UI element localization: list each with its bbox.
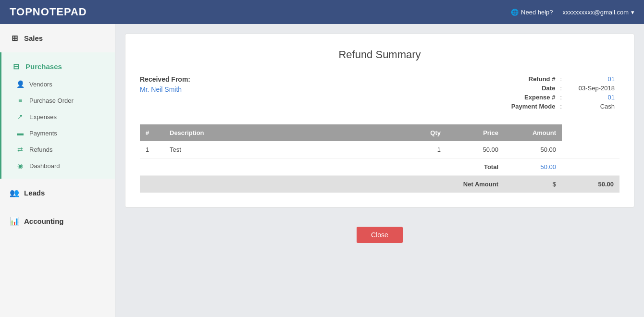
net-amount-label: Net Amount bbox=[446, 176, 504, 193]
date-colon: : bbox=[560, 85, 562, 92]
leads-icon: 👥 bbox=[10, 188, 19, 197]
sidebar-item-purchase-order[interactable]: ≡ Purchase Order bbox=[1, 92, 115, 109]
page-title: Refund Summary bbox=[140, 49, 619, 61]
info-section: Received From: Mr. Neil Smith Refund # :… bbox=[140, 75, 619, 110]
total-value: 50.00 bbox=[504, 158, 562, 176]
expense-no-value: 01 bbox=[567, 94, 615, 101]
info-right: Refund # : 01 Date : 03-Sep-2018 Expense… bbox=[511, 75, 619, 110]
layout: ⊞ Sales ⊟ Purchases 👤 Vendors ≡ Purchase… bbox=[0, 24, 644, 317]
expense-no-colon: : bbox=[560, 94, 562, 101]
col-num: # bbox=[140, 124, 164, 141]
sidebar-sales-label: Sales bbox=[24, 34, 43, 42]
net-currency: $ bbox=[504, 176, 562, 193]
col-description: Description bbox=[164, 124, 398, 141]
user-menu[interactable]: xxxxxxxxxx@gmail.com ▾ bbox=[563, 9, 634, 16]
sidebar-section-sales: ⊞ Sales bbox=[0, 24, 115, 52]
layers-icon: ⊞ bbox=[10, 34, 19, 43]
sidebar-section-leads: 👥 Leads bbox=[0, 179, 115, 207]
payment-icon: ▬ bbox=[16, 129, 25, 137]
expenses-label: Expenses bbox=[29, 113, 57, 121]
col-price: Price bbox=[446, 124, 504, 141]
refund-no-colon: : bbox=[560, 75, 562, 83]
col-amount: Amount bbox=[504, 124, 562, 141]
sidebar-item-leads[interactable]: 👥 Leads bbox=[0, 183, 115, 202]
cell-num: 1 bbox=[140, 141, 164, 158]
refund-no-value: 01 bbox=[567, 75, 615, 83]
refund-summary-card: Refund Summary Received From: Mr. Neil S… bbox=[125, 34, 634, 207]
received-from-label: Received From: bbox=[140, 75, 190, 83]
user-email: xxxxxxxxxx@gmail.com bbox=[563, 9, 629, 16]
header: TopNotepad 🌐 Need help? xxxxxxxxxx@gmail… bbox=[0, 0, 644, 24]
cell-description: Test bbox=[164, 141, 398, 158]
accounting-icon: 📊 bbox=[10, 217, 19, 226]
chevron-down-icon: ▾ bbox=[631, 9, 634, 16]
help-label: Need help? bbox=[521, 9, 553, 16]
date-label: Date bbox=[511, 85, 556, 92]
items-table: # Description Qty Price Amount 1 Test 1 … bbox=[140, 124, 619, 193]
table-header-row: # Description Qty Price Amount bbox=[140, 124, 619, 141]
sidebar-item-dashboard[interactable]: ◉ Dashboard bbox=[1, 158, 115, 174]
sidebar-item-sales[interactable]: ⊞ Sales bbox=[0, 29, 115, 48]
globe-icon: 🌐 bbox=[511, 9, 519, 16]
sidebar-purchases-label: Purchases bbox=[25, 62, 62, 71]
sidebar: ⊞ Sales ⊟ Purchases 👤 Vendors ≡ Purchase… bbox=[0, 24, 115, 317]
total-row: Total 50.00 bbox=[140, 158, 619, 176]
close-button[interactable]: Close bbox=[357, 227, 403, 243]
sidebar-accounting-label: Accounting bbox=[24, 217, 64, 225]
main-content: Refund Summary Received From: Mr. Neil S… bbox=[115, 24, 644, 317]
sidebar-item-refunds[interactable]: ⇄ Refunds bbox=[1, 141, 115, 158]
payment-mode-colon: : bbox=[560, 103, 562, 110]
expense-icon: ↗ bbox=[16, 113, 25, 121]
sidebar-leads-label: Leads bbox=[24, 189, 45, 197]
sidebar-section-purchases: ⊟ Purchases 👤 Vendors ≡ Purchase Order ↗… bbox=[0, 52, 115, 179]
info-left: Received From: Mr. Neil Smith bbox=[140, 75, 190, 110]
payments-label: Payments bbox=[29, 130, 57, 137]
refund-no-label: Refund # bbox=[511, 75, 556, 83]
refunds-label: Refunds bbox=[29, 146, 52, 153]
col-qty: Qty bbox=[398, 124, 446, 141]
received-from-value: Mr. Neil Smith bbox=[140, 85, 190, 93]
table-row: 1 Test 1 50.00 50.00 bbox=[140, 141, 619, 158]
sidebar-item-payments[interactable]: ▬ Payments bbox=[1, 125, 115, 141]
sidebar-item-vendors[interactable]: 👤 Vendors bbox=[1, 76, 115, 92]
payment-mode-label: Payment Mode bbox=[511, 103, 556, 110]
cell-qty: 1 bbox=[398, 141, 446, 158]
expense-no-label: Expense # bbox=[511, 94, 556, 101]
header-right: 🌐 Need help? xxxxxxxxxx@gmail.com ▾ bbox=[511, 9, 634, 16]
box-icon: ⊟ bbox=[11, 62, 21, 71]
sidebar-section-accounting: 📊 Accounting bbox=[0, 207, 115, 235]
help-link[interactable]: 🌐 Need help? bbox=[511, 9, 553, 16]
button-area: Close bbox=[125, 217, 634, 253]
payment-mode-value: Cash bbox=[567, 103, 615, 110]
person-icon: 👤 bbox=[16, 80, 25, 88]
date-value: 03-Sep-2018 bbox=[567, 85, 615, 92]
purchase-order-label: Purchase Order bbox=[29, 97, 74, 104]
total-label: Total bbox=[446, 158, 504, 176]
list-icon: ≡ bbox=[16, 97, 25, 104]
refund-icon: ⇄ bbox=[16, 146, 25, 153]
dashboard-label: Dashboard bbox=[29, 162, 60, 170]
dashboard-icon: ◉ bbox=[16, 162, 25, 170]
sidebar-item-expenses[interactable]: ↗ Expenses bbox=[1, 109, 115, 125]
net-amount-value: 50.00 bbox=[562, 176, 619, 193]
cell-price: 50.00 bbox=[446, 141, 504, 158]
app-logo: TopNotepad bbox=[10, 6, 87, 18]
sidebar-item-purchases[interactable]: ⊟ Purchases bbox=[1, 57, 115, 76]
vendors-label: Vendors bbox=[29, 81, 52, 88]
net-amount-row: Net Amount $ 50.00 bbox=[140, 176, 619, 193]
cell-amount: 50.00 bbox=[504, 141, 562, 158]
sidebar-item-accounting[interactable]: 📊 Accounting bbox=[0, 212, 115, 231]
